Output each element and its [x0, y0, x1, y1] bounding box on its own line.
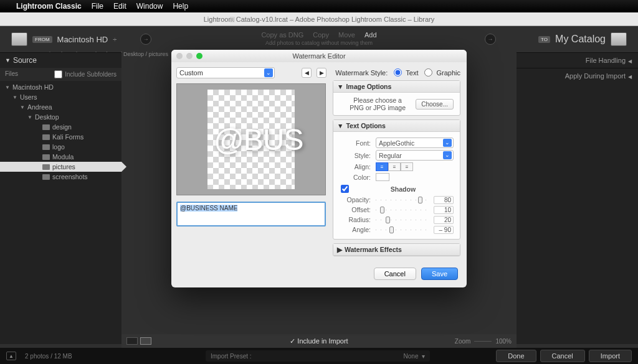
tree-item-label: pictures [52, 163, 75, 170]
window-title: Lightroom Catalog-v10.lrcat – Adobe Phot… [204, 16, 435, 23]
left-panel: ▼Source Files Include Subfolders ▼Macint… [0, 52, 121, 344]
opacity-value[interactable]: 80 [434, 196, 454, 204]
status-info: 2 photos / 12 MB [25, 353, 72, 360]
menu-window[interactable]: Window [136, 2, 163, 11]
disclosure-button[interactable]: ▲ [6, 352, 16, 360]
menu-edit[interactable]: Edit [113, 2, 126, 11]
offset-value[interactable]: 10 [434, 206, 454, 214]
view-mode-grid-icon[interactable] [126, 337, 138, 345]
import-button[interactable]: Import [589, 350, 632, 362]
folder-icon [42, 144, 50, 150]
view-mode-loupe-icon[interactable] [140, 337, 151, 345]
style-text-radio[interactable] [394, 68, 402, 77]
chevron-icon: ▼ [5, 85, 10, 90]
tree-item-design[interactable]: design [0, 122, 121, 132]
shadow-checkbox[interactable] [341, 185, 349, 193]
next-button[interactable]: ▶ [317, 68, 326, 78]
watermark-text-input[interactable]: @BUSINESS NAME [176, 202, 326, 226]
document-proxy-icon: ▣ [229, 16, 235, 22]
mode-move[interactable]: Move [338, 31, 355, 39]
opacity-slider[interactable] [376, 195, 430, 204]
tree-item-label: Kali Forms [52, 133, 83, 141]
folder-icon [42, 134, 50, 140]
watermark-style-row: Watermark Style: Text Graphic [333, 68, 460, 77]
modal-save-button[interactable]: Save [421, 268, 458, 280]
tree-item-screenshots[interactable]: screenshots [0, 172, 121, 182]
dialog-titlebar: Watermark Editor [171, 50, 467, 62]
color-picker[interactable] [376, 173, 389, 181]
dest-name: My Catalog [555, 34, 606, 45]
source-chevron-icon[interactable]: ÷ [113, 35, 117, 43]
tree-item-macintosh-hd[interactable]: ▼Macintosh HD [0, 82, 121, 92]
files-label: Files [5, 70, 18, 78]
prev-button[interactable]: ◀ [302, 68, 312, 78]
style-graphic-radio[interactable] [424, 68, 432, 77]
mode-copy[interactable]: Copy [313, 31, 329, 39]
zoom-value: 100% [495, 338, 512, 345]
tree-item-modula[interactable]: Modula [0, 152, 121, 162]
folder-icon [42, 154, 50, 160]
source-box[interactable]: FROM Macintosh HD ÷ → [11, 32, 151, 46]
menu-help[interactable]: Help [173, 2, 188, 11]
watermark-preset-dropdown[interactable]: Custom⌄ [176, 67, 275, 78]
tree-item-andreea[interactable]: ▼Andreea [0, 102, 121, 112]
menu-file[interactable]: File [92, 2, 103, 11]
cancel-button[interactable]: Cancel [540, 350, 585, 362]
right-panel: File Handling◀ Apply During Import◀ [517, 52, 638, 344]
import-topbar: FROM Macintosh HD ÷ → Copy as DNG Copy M… [0, 26, 638, 52]
choose-image-button[interactable]: Choose... [416, 99, 454, 110]
folder-icon [42, 164, 50, 170]
disk-icon [611, 32, 627, 46]
align-right-button[interactable]: ≡ [401, 162, 413, 171]
tree-item-kali-forms[interactable]: Kali Forms [0, 132, 121, 142]
mode-add[interactable]: Add [364, 31, 377, 39]
done-button[interactable]: Done [496, 350, 536, 362]
tree-item-pictures[interactable]: pictures [0, 162, 121, 172]
watermark-effects-section: ▶Watermark Effects [333, 243, 460, 256]
offset-slider[interactable] [376, 205, 430, 214]
watermark-editor-dialog: Watermark Editor Custom⌄ ◀ ▶ @BUS @BUSIN… [171, 50, 467, 287]
check-icon: ✓ [290, 337, 295, 345]
tree-item-label: Users [20, 93, 37, 101]
grid-footer: ✓ Include in Import Zoom 100% [121, 334, 517, 348]
include-in-import-label[interactable]: Include in Import [297, 337, 348, 345]
destination-box[interactable]: → TO My Catalog [485, 32, 627, 46]
font-style-select[interactable]: Regular⌄ [376, 150, 454, 161]
tree-item-desktop[interactable]: ▼Desktop [0, 112, 121, 122]
tree-item-label: Macintosh HD [12, 83, 54, 91]
source-header[interactable]: ▼Source [0, 52, 121, 68]
angle-value[interactable]: – 90 [434, 226, 454, 234]
traffic-min-icon[interactable] [186, 53, 193, 59]
modal-cancel-button[interactable]: Cancel [374, 268, 416, 280]
file-handling-panel[interactable]: File Handling◀ [517, 52, 638, 68]
traffic-close-icon[interactable] [176, 53, 183, 59]
traffic-zoom-icon[interactable] [196, 53, 202, 59]
dest-nav-button[interactable]: → [485, 34, 496, 45]
align-center-button[interactable]: ≡ [388, 162, 401, 171]
image-options-header[interactable]: ▼Image Options [333, 81, 460, 93]
align-left-button[interactable]: ≡ [376, 162, 388, 171]
import-preset-dropdown[interactable]: Import Preset : None ▾ [206, 350, 430, 362]
source-nav-button[interactable]: → [140, 34, 151, 45]
radius-slider[interactable] [376, 215, 430, 224]
mode-copydng[interactable]: Copy as DNG [261, 31, 303, 39]
tree-item-users[interactable]: ▼Users [0, 92, 121, 102]
folder-icon [42, 174, 50, 180]
apply-during-import-panel[interactable]: Apply During Import◀ [517, 68, 638, 83]
dialog-title: Watermark Editor [292, 52, 345, 60]
tree-item-label: logo [52, 143, 65, 151]
tree-item-label: Modula [52, 153, 74, 161]
zoom-label: Zoom [455, 338, 471, 345]
angle-slider[interactable] [376, 225, 430, 234]
text-options-header[interactable]: ▼Text Options [333, 120, 460, 132]
bottom-bar: ▲ 2 photos / 12 MB Import Preset : None … [0, 348, 638, 364]
watermark-effects-header[interactable]: ▶Watermark Effects [333, 244, 460, 256]
radius-value[interactable]: 20 [434, 216, 454, 224]
zoom-slider[interactable] [474, 341, 492, 342]
files-row: Files Include Subfolders [0, 68, 121, 81]
include-subfolders-checkbox[interactable]: Include Subfolders [54, 70, 117, 78]
app-name[interactable]: Lightroom Classic [16, 2, 82, 11]
font-select[interactable]: AppleGothic⌄ [376, 138, 454, 148]
folder-icon [42, 124, 50, 130]
tree-item-logo[interactable]: logo [0, 142, 121, 152]
